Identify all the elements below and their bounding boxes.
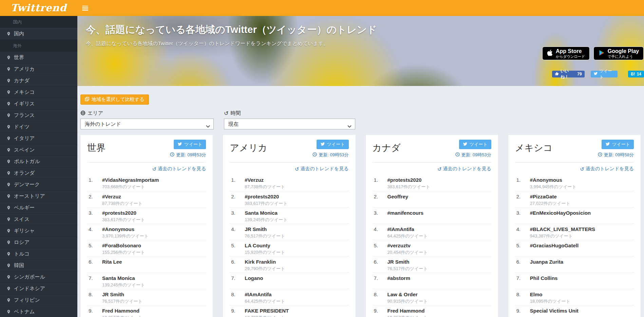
trend-rank: 4. xyxy=(230,226,245,240)
trend-term-link[interactable]: #PizzaGate xyxy=(530,194,570,199)
trend-term-link[interactable]: FAKE PRESIDENT xyxy=(245,308,289,314)
sidebar-item-韓国[interactable]: 韓国 xyxy=(0,260,77,271)
trend-row: 1. #Anonymous 3,994,945件のツイート xyxy=(515,175,634,191)
trend-term-link[interactable]: #protests2020 xyxy=(245,194,287,199)
trend-tweet-count: 943,387件のツイート xyxy=(530,233,595,239)
past-trends-link[interactable]: ↺ 過去のトレンドを見る xyxy=(515,166,634,172)
trend-term-link[interactable]: #abstorm xyxy=(387,275,411,281)
sidebar-item-フィリピン[interactable]: フィリピン xyxy=(0,295,77,306)
google-play-badge[interactable]: Google Play で手に入れよう xyxy=(593,47,644,60)
sidebar-item-メキシコ[interactable]: メキシコ xyxy=(0,87,77,98)
sidebar-item-シンガポール[interactable]: シンガポール xyxy=(0,271,77,283)
sidebar-item-ドイツ[interactable]: ドイツ xyxy=(0,121,77,133)
sidebar-item-ベトナム[interactable]: ベトナム xyxy=(0,306,77,317)
trend-term-link[interactable]: #protests2020 xyxy=(387,177,430,183)
trend-term-link[interactable]: Santa Monica xyxy=(245,210,287,216)
trend-term-link[interactable]: Elmo xyxy=(530,292,570,297)
past-trends-link[interactable]: ↺ 過去のトレンドを見る xyxy=(230,166,348,172)
past-trends-label: 過去のトレンドを見る xyxy=(158,166,206,172)
trend-term-link[interactable]: #IAmAntifa xyxy=(387,226,428,232)
area-select[interactable]: 海外のトレンド xyxy=(80,119,214,129)
sidebar-item-label: 世界 xyxy=(14,54,24,61)
trend-term-link[interactable]: #ForaBolsonaro xyxy=(102,243,145,248)
sidebar-item-オランダ[interactable]: オランダ xyxy=(0,168,77,179)
menu-icon[interactable] xyxy=(82,6,88,11)
trend-term-link[interactable]: JR Smith xyxy=(387,259,428,265)
trend-rank: 7. xyxy=(515,275,530,289)
sidebar-item-スイス[interactable]: スイス xyxy=(0,214,77,225)
sidebar-item-アメリカ[interactable]: アメリカ xyxy=(0,64,77,75)
trend-term-link[interactable]: #VidasNegrasImportam xyxy=(102,177,159,183)
trend-term-link[interactable]: #protests2020 xyxy=(102,210,145,216)
trend-term-link[interactable]: Geoffrey xyxy=(387,194,409,199)
trend-row: 9. Fred Hammond 19,357件のツイート xyxy=(87,305,206,317)
trend-term-link[interactable]: Special Victims Unit xyxy=(530,308,579,314)
time-select[interactable]: 現在 xyxy=(224,119,355,129)
sidebar-item-ギリシャ[interactable]: ギリシャ xyxy=(0,225,77,237)
sidebar-item-ロシア[interactable]: ロシア xyxy=(0,237,77,248)
trend-term-link[interactable]: LA County xyxy=(245,243,285,248)
card-tweet-button[interactable]: ツイート xyxy=(317,140,349,149)
sidebar-item-イギリス[interactable]: イギリス xyxy=(0,98,77,110)
sidebar-item-デンマーク[interactable]: デンマーク xyxy=(0,179,77,191)
trend-term-link[interactable]: #Anonymous xyxy=(530,177,576,183)
sidebar-item-ポルトガル[interactable]: ポルトガル xyxy=(0,156,77,168)
facebook-like-button[interactable]: いいね！ 79 xyxy=(552,71,585,77)
sidebar-item-世界[interactable]: 世界 xyxy=(0,52,77,64)
trend-term-link[interactable]: #GraciasHugoGatell xyxy=(530,243,579,248)
trend-term-link[interactable]: Juanpa Zurita xyxy=(530,259,563,265)
card-tweet-button[interactable]: ツイート xyxy=(602,140,634,149)
map-pin-icon xyxy=(6,240,11,245)
past-trends-link[interactable]: ↺ 過去のトレンドを見る xyxy=(373,166,491,172)
trend-term-link[interactable]: #verzuztv xyxy=(387,243,428,248)
sidebar-item-フランス[interactable]: フランス xyxy=(0,110,77,121)
sidebar-item-トルコ[interactable]: トルコ xyxy=(0,248,77,260)
trend-term-link[interactable]: Fred Hammond xyxy=(102,308,143,314)
trend-tweet-count: 64,425件のツイート xyxy=(245,298,285,304)
card-region-title: メキシコ xyxy=(515,142,553,154)
trend-term-link[interactable]: #IAmAntifa xyxy=(245,292,285,297)
tweet-share-button[interactable]: ツイート xyxy=(591,71,618,77)
sidebar-item-label: 国内 xyxy=(14,31,24,37)
trend-term-link[interactable]: #BLACK_LIVES_MATTERS xyxy=(530,226,595,232)
trend-term-link[interactable]: #Verzuz xyxy=(102,194,143,199)
trend-row: 6. Kirk Franklin 29,790件のツイート xyxy=(230,256,348,272)
trend-term-link[interactable]: #EnMexicoHayOposicion xyxy=(530,210,591,216)
sidebar-item-インドネシア[interactable]: インドネシア xyxy=(0,283,77,295)
trend-term-link[interactable]: Fred Hammond xyxy=(387,308,428,314)
app-store-badge[interactable]: App Store からダウンロード xyxy=(542,47,590,60)
trend-tweet-count: 19,357件のツイート xyxy=(387,315,428,317)
trend-term-link[interactable]: JR Smith xyxy=(245,226,285,232)
sidebar-item-カナダ[interactable]: カナダ xyxy=(0,75,77,87)
trend-term-link[interactable]: Santa Monica xyxy=(102,275,145,281)
sidebar-item-イタリア[interactable]: イタリア xyxy=(0,133,77,144)
sidebar-item-国内[interactable]: 国内 xyxy=(0,28,77,40)
trend-term-link[interactable]: #Verzuz xyxy=(245,177,285,183)
sidebar-item-ベルギー[interactable]: ベルギー xyxy=(0,202,77,214)
trend-term-link[interactable]: #Anonymous xyxy=(102,226,149,232)
trend-term-link[interactable]: Law & Order xyxy=(387,292,428,297)
sidebar-item-label: トルコ xyxy=(14,251,30,257)
trend-term-link[interactable]: Rita Lee xyxy=(102,259,122,265)
sidebar-item-オーストリア[interactable]: オーストリア xyxy=(0,191,77,202)
trend-term-link[interactable]: Kirk Franklin xyxy=(245,259,285,265)
trend-term-link[interactable]: #manifencours xyxy=(387,210,424,216)
trend-rank: 7. xyxy=(230,275,245,289)
updated-time: 更新: 09時53分 xyxy=(455,152,491,158)
hatena-bookmark-button[interactable]: B! 14 xyxy=(628,71,644,77)
trend-rank: 6. xyxy=(87,259,102,272)
updated-text: 更新: 09時53分 xyxy=(461,152,491,158)
card-tweet-button[interactable]: ツイート xyxy=(174,140,206,149)
card-tweet-button[interactable]: ツイート xyxy=(459,140,491,149)
trend-rank: 2. xyxy=(230,194,245,207)
trend-term-link[interactable]: JR Smith xyxy=(102,292,143,297)
updated-text: 更新: 09時53分 xyxy=(176,152,206,158)
compare-regions-button[interactable]: 地域を選択して比較する xyxy=(80,94,149,105)
trend-term-link[interactable]: Phil Collins xyxy=(530,275,558,281)
app-logo[interactable]: Twittrend xyxy=(0,0,77,16)
trend-list: 1. #VidasNegrasImportam 703,668件のツイート 2.… xyxy=(87,175,206,317)
past-trends-link[interactable]: ↺ 過去のトレンドを見る xyxy=(87,166,206,172)
sidebar-item-スペイン[interactable]: スペイン xyxy=(0,144,77,156)
trend-term-link[interactable]: Logano xyxy=(245,275,263,281)
top-navbar: Twittrend xyxy=(0,0,644,16)
